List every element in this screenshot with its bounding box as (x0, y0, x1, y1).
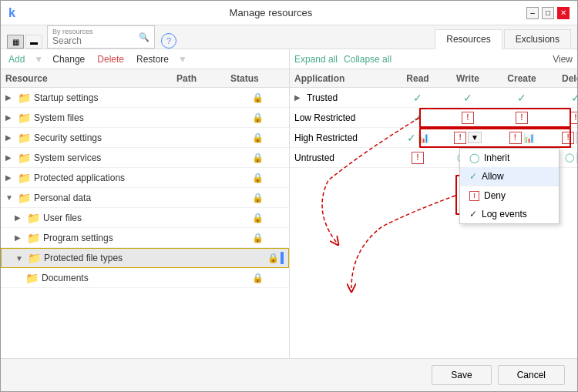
window-controls: – □ ✕ (526, 7, 570, 19)
save-button[interactable]: Save (432, 365, 491, 385)
delete-dropdown[interactable]: ▼ (576, 132, 577, 143)
view-list-icon[interactable]: ▬ (25, 35, 42, 49)
status-bar (281, 252, 284, 264)
deny-icon: ! (454, 132, 466, 144)
write-dropdown[interactable]: ▼ (468, 132, 482, 143)
lock-icon: 🔒 (252, 193, 264, 203)
expand-icon: ▶ (5, 173, 15, 182)
resource-tree: ▶ 📁 Startup settings 🔒 ▶ 📁 System files … (1, 88, 289, 358)
dropdown-logevents[interactable]: ✓ Log events (460, 205, 559, 223)
maximize-button[interactable]: □ (542, 7, 554, 19)
check-icon: ✓ (413, 112, 422, 124)
item-name: Personal data (34, 193, 91, 203)
search-label: By resources (52, 28, 139, 35)
search-box: By resources 🔍 (47, 25, 155, 49)
table-header: Application Read Write Create Delete (290, 69, 577, 88)
right-panel: Expand all Collapse all View Application… (290, 49, 577, 358)
resource-col-header: Resource (5, 73, 176, 84)
app-name: Low Restricted (294, 112, 355, 123)
allow-icon: ✓ (469, 171, 477, 182)
check-icon: ✓ (413, 92, 422, 104)
minimize-button[interactable]: – (526, 7, 539, 19)
lock-icon: 🔒 (252, 213, 264, 223)
left-panel: Add ▼ Change Delete Restore ▼ Resource P… (1, 49, 290, 358)
left-toolbar: Add ▼ Change Delete Restore ▼ (1, 49, 289, 69)
expand-icon: ▶ (5, 133, 15, 142)
view-grid-icon[interactable]: ▦ (7, 35, 24, 49)
expand-all-button[interactable]: Expand all (294, 54, 338, 65)
delete-button[interactable]: Delete (94, 52, 127, 66)
add-button[interactable]: Add (5, 52, 28, 66)
tab-exclusions[interactable]: Exclusions (504, 29, 571, 49)
right-toolbar: Expand all Collapse all View (290, 49, 577, 69)
expand-icon: ▼ (15, 254, 25, 263)
item-name: Program settings (43, 233, 113, 243)
tab-bar: ▦ ▬ By resources 🔍 ? Resources Exclusion… (1, 25, 577, 49)
folder-icon: 📁 (28, 252, 41, 264)
lock-icon: 🔒 (252, 173, 264, 183)
lock-icon: 🔒 (252, 273, 264, 283)
tree-item-documents[interactable]: 📁 Documents 🔒 (1, 268, 289, 288)
dropdown-inherit[interactable]: ◯ Inherit (460, 149, 559, 167)
check-icon: ✓ (463, 92, 472, 104)
item-name: System files (34, 112, 84, 123)
tree-item-startup[interactable]: ▶ 📁 Startup settings 🔒 (1, 88, 289, 108)
tree-item-personaldata[interactable]: ▼ 📁 Personal data 🔒 (1, 188, 289, 208)
table-row-trusted[interactable]: ▶ Trusted ✓ ✓ ✓ ✓ (290, 88, 577, 108)
folder-icon: 📁 (18, 172, 31, 184)
tree-item-protectedfiletypes[interactable]: ▼ 📁 Protected file types 🔒 (1, 248, 289, 268)
app-name: High Restricted (294, 132, 358, 143)
check-icon: ◯ (565, 152, 574, 162)
tree-item-security[interactable]: ▶ 📁 Security settings 🔒 (1, 128, 289, 148)
help-icon[interactable]: ? (161, 33, 176, 49)
expand-icon: ▶ (5, 93, 15, 102)
table-icon: 📊 (523, 132, 535, 143)
expand-icon: ▶ (294, 93, 304, 102)
expand-icon: ▶ (5, 153, 15, 162)
folder-icon: 📁 (18, 132, 31, 144)
folder-icon: 📁 (18, 192, 31, 204)
item-name: System services (34, 152, 101, 163)
tree-item-programsettings[interactable]: ▶ 📁 Program settings 🔒 (1, 228, 289, 248)
tree-item-services[interactable]: ▶ 📁 System services 🔒 (1, 148, 289, 168)
tree-header: Resource Path Status (1, 69, 289, 88)
tree-item-userfiles[interactable]: ▶ 📁 User files 🔒 (1, 208, 289, 228)
table-row-high[interactable]: High Restricted ✓ 📊 ! ▼ ! 📊 (290, 128, 577, 148)
folder-icon: 📁 (18, 92, 31, 104)
expand-icon: ▶ (15, 213, 24, 222)
restore-button[interactable]: Restore (133, 52, 172, 66)
folder-icon: 📁 (18, 112, 31, 124)
table-row-low[interactable]: Low Restricted ✓ ! ! ! (290, 108, 577, 128)
tree-item-systemfiles[interactable]: ▶ 📁 System files 🔒 (1, 108, 289, 128)
tree-item-protectedapps[interactable]: ▶ 📁 Protected applications 🔒 (1, 168, 289, 188)
cancel-button[interactable]: Cancel (498, 365, 565, 385)
lock-icon: 🔒 (252, 152, 264, 163)
dropdown-deny[interactable]: ! Deny (460, 186, 559, 205)
item-name: Protected applications (34, 173, 125, 183)
lock-icon: 🔒 (252, 132, 264, 143)
table-body: ▶ Trusted ✓ ✓ ✓ ✓ Low Restricted ✓ ! (290, 88, 577, 358)
delete-col-header: Delete (549, 73, 577, 84)
deny-icon: ! (562, 132, 574, 144)
lock-icon: 🔒 (267, 253, 279, 263)
item-name: User files (43, 213, 82, 223)
collapse-all-button[interactable]: Collapse all (344, 54, 391, 65)
footer: Save Cancel (1, 358, 577, 391)
close-button[interactable]: ✕ (557, 7, 570, 19)
view-button[interactable]: View (553, 54, 573, 65)
tab-resources[interactable]: Resources (435, 29, 502, 49)
table-icon: 📊 (418, 132, 429, 143)
table-icon: 📊 (576, 152, 578, 163)
deny-icon: ! (412, 152, 424, 164)
manage-resources-window: k Manage resources – □ ✕ ▦ ▬ By resource… (0, 0, 578, 392)
app-name: Trusted (307, 92, 338, 103)
change-button[interactable]: Change (49, 52, 88, 66)
dropdown-allow[interactable]: ✓ Allow (460, 167, 559, 186)
search-input[interactable] (52, 35, 137, 46)
expand-icon: ▶ (15, 233, 24, 242)
expand-icon: ▼ (5, 193, 15, 202)
lock-icon: 🔒 (252, 233, 264, 243)
app-name: Untrusted (294, 152, 334, 163)
write-col-header: Write (441, 73, 495, 84)
status-col-header: Status (230, 73, 284, 84)
